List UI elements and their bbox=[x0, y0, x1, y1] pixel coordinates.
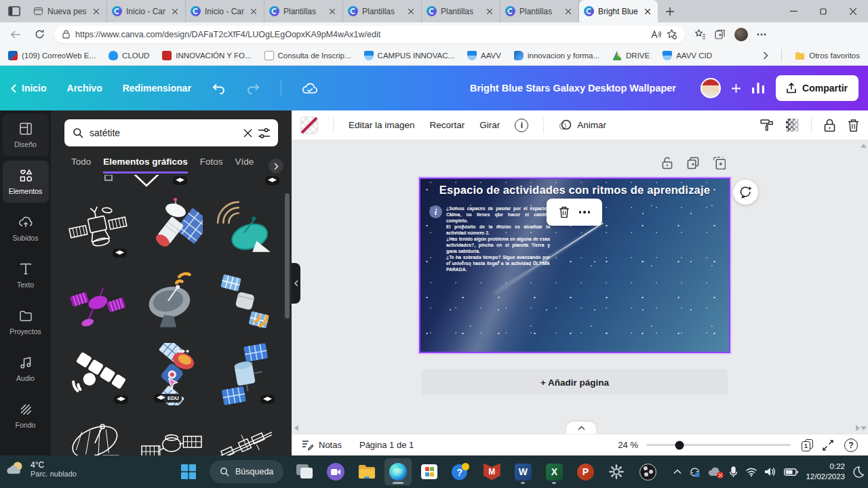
task-view-icon[interactable] bbox=[291, 458, 318, 485]
url-field[interactable] bbox=[54, 26, 685, 43]
excel-icon[interactable]: X bbox=[540, 458, 568, 485]
browser-menu-icon[interactable] bbox=[757, 33, 766, 36]
scroll-down-arrow[interactable] bbox=[861, 426, 867, 430]
page-indicator[interactable]: Página 1 de 1 bbox=[359, 440, 414, 450]
tab-close-icon[interactable] bbox=[642, 6, 653, 17]
tab-close-icon[interactable] bbox=[484, 6, 495, 17]
browser-tab-newtab[interactable]: Nueva pest bbox=[28, 0, 107, 22]
add-comment-button[interactable] bbox=[733, 180, 758, 205]
word-icon[interactable]: W bbox=[509, 458, 536, 485]
bookmark-aavv-cid[interactable]: AAVV CID bbox=[663, 51, 712, 60]
panel-scrollbar[interactable] bbox=[285, 193, 290, 319]
settings-icon[interactable] bbox=[603, 458, 630, 485]
taskbar-search[interactable]: Búsqueda bbox=[210, 460, 283, 483]
sidebar-item-fondo[interactable]: Fondo bbox=[3, 394, 49, 436]
help-button[interactable]: ? bbox=[844, 439, 858, 452]
cloud-saved-icon[interactable] bbox=[302, 82, 318, 95]
bookmark-innovacion-forma[interactable]: innovacion y forma... bbox=[514, 51, 599, 60]
bookmarks-overflow-icon[interactable] bbox=[763, 52, 768, 60]
satellite-graphic-partial[interactable] bbox=[97, 175, 120, 186]
taskbar-weather-widget[interactable]: 4°CParc. nublado bbox=[7, 460, 77, 478]
more-options-icon[interactable] bbox=[579, 211, 591, 214]
scroll-right-arrow[interactable] bbox=[856, 425, 860, 431]
sync-status-icon[interactable] bbox=[689, 466, 701, 478]
microphone-icon[interactable] bbox=[729, 466, 738, 478]
tab-fotos[interactable]: Fotos bbox=[200, 157, 223, 171]
tab-close-icon[interactable] bbox=[406, 6, 416, 17]
browser-tab-inicio-2[interactable]: Inicio - Can bbox=[186, 0, 264, 22]
tab-elementos-graficos[interactable]: Elementos gráficos bbox=[103, 157, 188, 174]
new-tab-button[interactable] bbox=[660, 2, 679, 21]
read-aloud-icon[interactable] bbox=[651, 30, 661, 39]
satellite-graphic-blue-gray[interactable] bbox=[211, 268, 279, 336]
bookmark-cloud[interactable]: CLOUD bbox=[108, 51, 149, 60]
paint-roller-icon[interactable] bbox=[760, 119, 774, 132]
taskbar-clock[interactable]: 0:22 12/02/2023 bbox=[806, 462, 845, 482]
sidebar-item-elementos[interactable]: Elementos bbox=[3, 161, 49, 203]
tab-close-icon[interactable] bbox=[91, 6, 102, 17]
animate-button[interactable]: Animar bbox=[559, 119, 606, 131]
menu-inicio[interactable]: Inicio bbox=[11, 83, 47, 94]
delete-element-icon[interactable] bbox=[559, 206, 570, 218]
filter-icon[interactable] bbox=[258, 128, 270, 138]
expand-pages-button[interactable] bbox=[566, 422, 596, 434]
edit-image-button[interactable]: Editar la imagen bbox=[349, 120, 415, 130]
night-light-icon[interactable] bbox=[852, 466, 864, 478]
bookmark-consulta[interactable]: Consulta de Inscrip... bbox=[264, 51, 351, 60]
bookmark-campus[interactable]: CAMPUS INNOVAC... bbox=[364, 51, 455, 60]
refresh-icon[interactable] bbox=[31, 26, 48, 43]
tab-close-icon[interactable] bbox=[563, 6, 574, 17]
more-tabs-icon[interactable] bbox=[269, 159, 283, 174]
close-button[interactable] bbox=[838, 0, 868, 22]
tab-actions-menu-icon[interactable] bbox=[0, 0, 28, 22]
duplicate-page-icon[interactable] bbox=[687, 157, 699, 169]
notes-button[interactable]: Notas bbox=[302, 439, 342, 451]
tab-todo[interactable]: Todo bbox=[71, 157, 91, 171]
bookmark-aavv[interactable]: AAVV bbox=[467, 51, 501, 60]
satellite-graphic-blue-panels[interactable] bbox=[211, 340, 279, 408]
info-icon[interactable]: i bbox=[515, 119, 528, 132]
favorites-bar-icon[interactable] bbox=[695, 29, 706, 39]
satellite-graphic-line-art-2[interactable] bbox=[138, 413, 205, 455]
bookmark-drive[interactable]: DRIVE bbox=[612, 51, 650, 60]
satellite-graphic-white-solid[interactable] bbox=[64, 340, 132, 408]
satellite-graphic-line-art[interactable] bbox=[64, 195, 132, 263]
bookmark-correoweb[interactable]: (109) CorreoWeb E... bbox=[8, 51, 96, 60]
minimize-button[interactable] bbox=[778, 0, 808, 22]
tab-close-icon[interactable] bbox=[170, 6, 180, 17]
sidebar-item-texto[interactable]: Texto bbox=[3, 254, 49, 296]
camera-app-icon[interactable] bbox=[322, 458, 349, 485]
radar-dish-graphic-line-art[interactable] bbox=[64, 413, 132, 455]
add-page-button[interactable]: + Añadir página bbox=[422, 369, 728, 395]
collections-icon[interactable] bbox=[715, 29, 726, 39]
radar-dish-graphic-gray[interactable] bbox=[138, 268, 205, 336]
zoom-slider[interactable] bbox=[646, 444, 791, 446]
tab-close-icon[interactable] bbox=[327, 6, 338, 17]
sidebar-item-audio[interactable]: Audio bbox=[3, 348, 49, 390]
volume-icon[interactable] bbox=[765, 467, 776, 476]
satellite-graphic-partial[interactable] bbox=[131, 175, 162, 191]
radar-dish-graphic-teal[interactable] bbox=[211, 195, 279, 263]
sidebar-item-subidos[interactable]: Subidos bbox=[3, 207, 49, 249]
delete-icon[interactable] bbox=[848, 119, 859, 132]
add-favorite-icon[interactable] bbox=[667, 29, 677, 39]
browser-tab-active-bright-blue[interactable]: Bright Blue bbox=[579, 0, 658, 22]
help-app-icon[interactable]: ? bbox=[447, 458, 474, 485]
sidebar-item-proyectos[interactable]: Proyectos bbox=[3, 301, 49, 343]
redo-icon[interactable] bbox=[246, 83, 260, 94]
edge-browser-icon[interactable] bbox=[384, 458, 412, 485]
share-button[interactable]: Compartir bbox=[776, 75, 859, 101]
browser-tab-plantillas-1[interactable]: Plantillas bbox=[264, 0, 343, 22]
grid-view-icon[interactable]: 1 bbox=[802, 439, 813, 451]
onedrive-paused-icon[interactable] bbox=[708, 467, 722, 476]
add-member-icon[interactable] bbox=[732, 84, 741, 93]
mcafee-icon[interactable]: M bbox=[478, 458, 505, 485]
file-explorer-icon[interactable] bbox=[353, 458, 380, 485]
satellite-graphic-colorful-edu[interactable]: EDU bbox=[138, 340, 205, 408]
insights-chart-icon[interactable] bbox=[751, 82, 765, 94]
scroll-up-arrow[interactable] bbox=[861, 144, 867, 148]
clear-search-icon[interactable] bbox=[243, 129, 252, 138]
space-station-graphic-line-art[interactable] bbox=[211, 413, 279, 455]
profile-avatar[interactable] bbox=[734, 28, 748, 41]
satellite-graphic-dish-blue-panel[interactable] bbox=[138, 195, 205, 263]
